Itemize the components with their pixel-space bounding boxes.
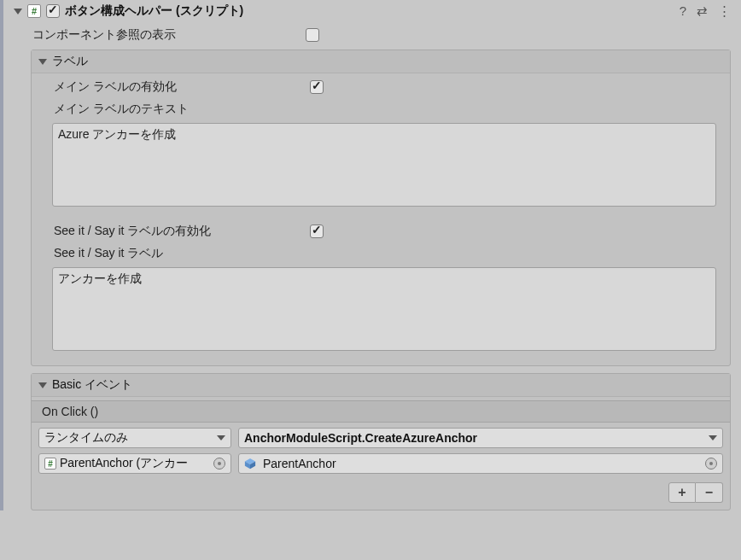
script-icon: # <box>27 4 41 18</box>
foldout-icon <box>38 59 47 65</box>
seeit-enable-checkbox[interactable] <box>310 225 324 238</box>
section-labels: ラベル メイン ラベルの有効化 メイン ラベルのテキスト See it / Sa… <box>31 50 731 366</box>
seeit-text-label-row: See it / Say it ラベル <box>37 243 725 265</box>
seeit-text-label: See it / Say it ラベル <box>54 246 310 261</box>
main-label-enable-checkbox[interactable] <box>310 80 324 94</box>
component-header: # ボタン構成ヘルパー (スクリプト) ? ⇄ ⋮ <box>3 0 741 24</box>
preset-icon[interactable]: ⇄ <box>697 3 708 19</box>
add-event-button[interactable]: + <box>668 482 696 503</box>
main-label-enable-row: メイン ラベルの有効化 <box>37 77 725 99</box>
chevron-down-icon <box>709 435 717 440</box>
target-object-field[interactable]: # ParentAnchor (アンカー <box>38 453 231 474</box>
component-header-icons: ? ⇄ ⋮ <box>680 3 736 19</box>
onclick-header: On Click () <box>32 400 730 423</box>
show-component-refs-row: コンポーネント参照の表示 <box>3 24 741 46</box>
seeit-enable-label: See it / Say it ラベルの有効化 <box>54 224 310 239</box>
show-component-refs-label: コンポーネント参照の表示 <box>32 27 306 43</box>
runtime-mode-dropdown[interactable]: ランタイムのみ <box>38 428 231 448</box>
foldout-icon[interactable] <box>14 9 22 15</box>
object-picker-icon[interactable] <box>705 458 717 470</box>
section-events-title: Basic イベント <box>52 377 132 393</box>
section-events: Basic イベント On Click () ランタイムのみ AnchorMod… <box>31 373 731 510</box>
target-object-label: # ParentAnchor (アンカー <box>44 456 208 471</box>
object-picker-icon[interactable] <box>213 458 225 470</box>
section-labels-title: ラベル <box>52 54 88 69</box>
component-enabled-toggle[interactable] <box>46 4 60 18</box>
seeit-enable-row: See it / Say it ラベルの有効化 <box>37 221 725 243</box>
component-panel: # ボタン構成ヘルパー (スクリプト) ? ⇄ ⋮ コンポーネント参照の表示 ラ… <box>0 0 741 510</box>
section-events-header[interactable]: Basic イベント <box>32 374 730 397</box>
remove-event-button[interactable]: − <box>696 482 723 503</box>
event-row-2: # ParentAnchor (アンカー ParentAnchor <box>32 453 730 479</box>
chevron-down-icon <box>217 435 225 440</box>
argument-object-label: ParentAnchor <box>244 457 700 470</box>
help-icon[interactable]: ? <box>680 3 686 19</box>
menu-icon[interactable]: ⋮ <box>718 3 731 19</box>
foldout-icon <box>38 382 47 388</box>
runtime-mode-label: ランタイムのみ <box>44 430 212 446</box>
method-label: AnchorModuleScript.CreateAzureAnchor <box>244 431 703 445</box>
component-title: ボタン構成ヘルパー (スクリプト) <box>65 3 674 19</box>
add-remove-controls: + − <box>32 479 730 510</box>
cube-icon <box>244 458 256 470</box>
show-component-refs-checkbox[interactable] <box>306 28 319 42</box>
main-label-text-label: メイン ラベルのテキスト <box>54 102 310 117</box>
main-label-text-label-row: メイン ラベルのテキスト <box>37 99 725 121</box>
main-label-text-input[interactable] <box>52 123 716 207</box>
section-labels-body: メイン ラベルの有効化 メイン ラベルのテキスト See it / Say it… <box>32 73 730 365</box>
method-dropdown[interactable]: AnchorModuleScript.CreateAzureAnchor <box>238 428 723 448</box>
event-row-1: ランタイムのみ AnchorModuleScript.CreateAzureAn… <box>32 423 730 453</box>
argument-object-field[interactable]: ParentAnchor <box>238 453 723 474</box>
script-icon: # <box>44 458 56 470</box>
section-labels-header[interactable]: ラベル <box>32 50 730 73</box>
main-label-enable-label: メイン ラベルの有効化 <box>54 79 310 95</box>
seeit-text-input[interactable] <box>52 267 716 351</box>
